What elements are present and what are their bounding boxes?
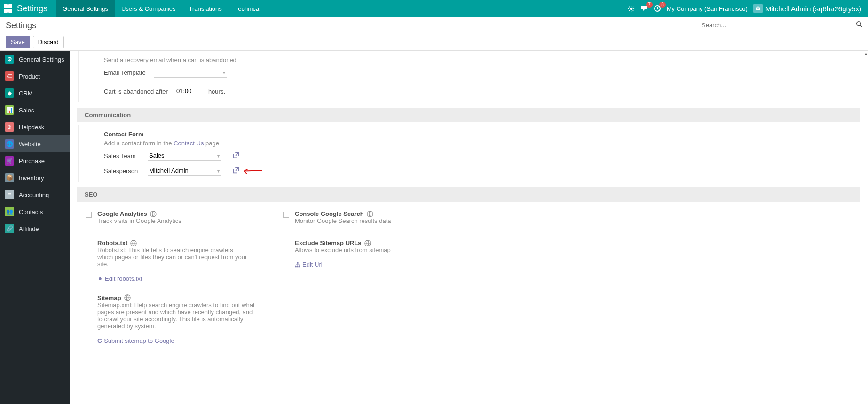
settings-sidebar: ⚙General Settings 🏷Product ◆CRM 📊Sales ⊕…	[0, 51, 70, 404]
activity-badge: 8	[659, 2, 666, 8]
sales-team-label: Sales Team	[104, 152, 141, 159]
svg-point-3	[757, 8, 759, 9]
ga-desc: Track visits in Google Analytics	[97, 217, 181, 224]
svg-rect-14	[299, 266, 300, 267]
globe-icon: 🌐	[5, 139, 14, 149]
sidebar-item-accounting[interactable]: ≡Accounting	[0, 186, 70, 203]
sidebar-item-affiliate[interactable]: 🔗Affiliate	[0, 220, 70, 237]
activity-icon[interactable]: 8	[654, 5, 661, 12]
sidebar-item-helpdesk[interactable]: ⊕Helpdesk	[0, 119, 70, 135]
tag-icon: 🏷	[5, 71, 14, 81]
top-nav: Settings General Settings Users & Compan…	[0, 0, 868, 17]
lifebuoy-icon: ⊕	[5, 122, 14, 132]
chart-icon: 📊	[5, 105, 14, 115]
abandoned-after-prefix: Cart is abandoned after	[104, 88, 168, 95]
salesperson-external-link-icon[interactable]	[233, 167, 239, 175]
company-switcher[interactable]: My Company (San Francisco)	[667, 5, 748, 12]
sitemap-desc: Sitemap.xml: Help search engine crawlers…	[97, 301, 257, 330]
sidebar-item-website[interactable]: 🌐Website	[0, 135, 70, 152]
menu-users-companies[interactable]: Users & Companies	[115, 0, 182, 17]
gsc-desc: Monitor Google Search results data	[295, 217, 391, 224]
edit-robots-link[interactable]: Edit robots.txt	[97, 275, 142, 282]
ga-checkbox[interactable]	[86, 212, 92, 218]
robots-desc: Robots.txt: This file tells to search en…	[97, 246, 248, 268]
box-icon: 📦	[5, 173, 14, 182]
email-template-label: Email Template	[104, 69, 146, 76]
messages-badge: 7	[646, 2, 653, 8]
debug-icon[interactable]	[628, 5, 635, 12]
sidebar-item-product[interactable]: 🏷Product	[0, 68, 70, 85]
sidebar-item-inventory[interactable]: 📦Inventory	[0, 169, 70, 186]
svg-point-5	[857, 22, 861, 26]
top-menu: General Settings Users & Companies Trans…	[56, 0, 267, 17]
sitemap-title: Sitemap	[97, 294, 257, 301]
menu-general-settings[interactable]: General Settings	[56, 0, 115, 17]
section-seo: SEO	[77, 187, 860, 202]
save-button[interactable]: Save	[6, 36, 30, 48]
gear-icon: ⚙	[5, 55, 14, 64]
handshake-icon: ◆	[5, 88, 14, 98]
app-brand[interactable]: Settings	[17, 4, 47, 14]
svg-rect-4	[757, 7, 759, 8]
search-icon[interactable]	[856, 21, 862, 29]
search-wrap	[700, 20, 862, 31]
sidebar-item-crm[interactable]: ◆CRM	[0, 85, 70, 102]
robots-title: Robots.txt	[97, 239, 248, 246]
menu-translations[interactable]: Translations	[182, 0, 229, 17]
scroll-up-icon[interactable]: ▴	[865, 51, 867, 56]
globe-icon	[130, 240, 137, 246]
globe-icon	[364, 240, 371, 246]
sidebar-item-general[interactable]: ⚙General Settings	[0, 51, 70, 68]
user-avatar[interactable]: Mitchell Admin (sq6ha26gty5x)	[753, 4, 861, 13]
contact-form-desc: Add a contact form in the Contact Us pag…	[104, 140, 239, 147]
link-icon: 🔗	[5, 224, 14, 233]
svg-point-0	[630, 7, 632, 10]
exclude-desc: Allows to exclude urls from sitemap	[295, 246, 391, 253]
globe-icon	[367, 211, 373, 217]
exclude-title: Exclude Sitemap URLs	[295, 239, 391, 246]
email-template-input[interactable]	[154, 67, 227, 78]
salesperson-label: Salesperson	[104, 167, 141, 174]
sales-team-external-link-icon[interactable]	[233, 152, 239, 160]
bars-icon: ≡	[5, 190, 14, 199]
section-communication: Communication	[77, 108, 860, 122]
globe-icon	[150, 211, 157, 217]
sales-team-input[interactable]	[148, 151, 221, 161]
menu-technical[interactable]: Technical	[229, 0, 267, 17]
sidebar-item-sales[interactable]: 📊Sales	[0, 102, 70, 119]
abandoned-desc: Send a recovery email when a cart is aba…	[104, 56, 237, 63]
apps-icon[interactable]	[4, 4, 12, 13]
contacts-icon: 👥	[5, 207, 14, 216]
ga-title: Google Analytics	[97, 210, 181, 217]
action-bar: Save Discard	[0, 34, 868, 51]
contact-form-title: Contact Form	[104, 131, 239, 138]
settings-content[interactable]: Send a recovery email when a cart is aba…	[70, 51, 868, 404]
contact-us-link[interactable]: Contact Us	[174, 140, 204, 147]
globe-icon	[124, 294, 131, 301]
page-title: Settings	[6, 21, 36, 31]
header-bar: Settings	[0, 17, 868, 34]
abandoned-hours-input[interactable]	[175, 86, 201, 96]
gsc-checkbox[interactable]	[283, 212, 289, 218]
avatar-icon	[753, 4, 763, 13]
sidebar-item-contacts[interactable]: 👥Contacts	[0, 203, 70, 220]
scrollbar[interactable]: ▴	[861, 51, 868, 404]
salesperson-input[interactable]	[148, 166, 221, 176]
abandoned-after-suffix: hours.	[208, 88, 225, 95]
gsc-title: Console Google Search	[295, 210, 391, 217]
search-input[interactable]	[700, 20, 862, 31]
annotation-arrow	[242, 161, 265, 183]
sidebar-item-purchase[interactable]: 🛒Purchase	[0, 152, 70, 169]
edit-url-link[interactable]: Edit Url	[295, 261, 323, 268]
svg-rect-11	[297, 262, 299, 263]
user-name: Mitchell Admin (sq6ha26gty5x)	[765, 5, 861, 13]
discard-button[interactable]: Discard	[33, 36, 64, 48]
svg-rect-12	[295, 266, 297, 267]
svg-rect-13	[297, 266, 299, 267]
submit-sitemap-link[interactable]: G Submit sitemap to Google	[97, 337, 174, 344]
body: ⚙General Settings 🏷Product ◆CRM 📊Sales ⊕…	[0, 51, 868, 404]
messages-icon[interactable]: 7	[640, 5, 648, 12]
nav-right: 7 8 My Company (San Francisco) Mitchell …	[628, 4, 864, 13]
cart-icon: 🛒	[5, 156, 14, 166]
